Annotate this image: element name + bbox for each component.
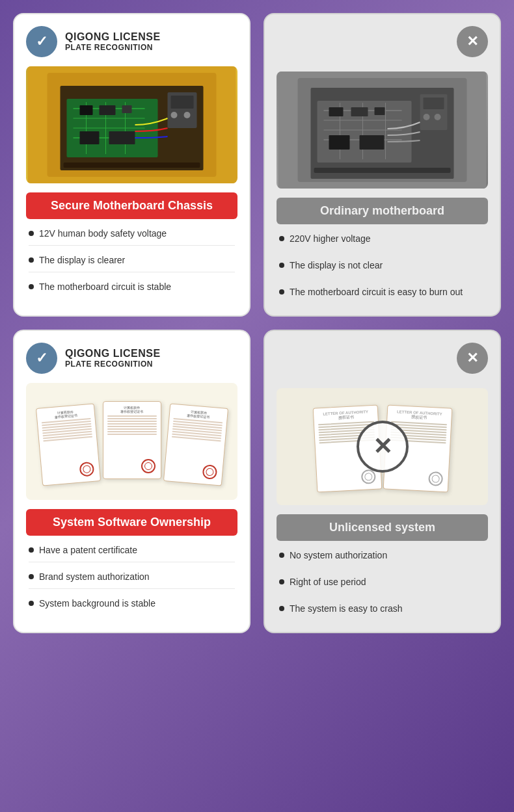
bad-motherboard-card: ✕: [264, 13, 501, 317]
bullet-dot: [279, 606, 284, 611]
good-software-card: ✓ QIGONG LICENSE PLATE RECOGNITION 计算机软件…: [13, 330, 250, 633]
bad-mb-bullets: 220V higher voltage The display is not c…: [277, 233, 488, 304]
bullet-item: Have a patent certificate: [29, 545, 235, 562]
bullet-dot: [29, 257, 34, 263]
svg-point-19: [184, 112, 191, 118]
bullet-dot: [29, 231, 34, 236]
x-badge-sw: ✕: [457, 343, 488, 374]
cert-seal: [141, 459, 156, 473]
check-badge: ✓: [26, 26, 57, 57]
bullet-dot: [29, 574, 34, 579]
check-badge-sw: ✓: [26, 343, 57, 374]
x-badge-mb: ✕: [457, 26, 488, 57]
bullet-item: The system is easy to crash: [279, 603, 485, 620]
bullet-item: The display is clearer: [29, 255, 235, 272]
svg-rect-15: [109, 131, 135, 144]
svg-rect-38: [424, 98, 444, 109]
card-header-bad-sw: ✕: [277, 343, 488, 379]
svg-rect-13: [122, 105, 132, 113]
bullet-dot: [29, 601, 34, 606]
bullet-dot: [29, 547, 34, 553]
svg-point-40: [435, 114, 441, 120]
bullet-dot: [279, 236, 284, 241]
plate-recognition-mb: PLATE RECOGNITION: [65, 43, 161, 52]
certificates-bad-image: LETTER OF AUTHORITY授权证书: [277, 388, 488, 505]
bullet-item: System background is stable: [29, 598, 235, 615]
bad-sw-bullets: No system authorization Right of use per…: [277, 550, 488, 620]
svg-point-18: [171, 112, 178, 118]
cert-doc-3: 计算机软件著作权登记证书: [163, 403, 228, 486]
cert-seal-bad: [428, 471, 443, 486]
card-header-good-mb: ✓ QIGONG LICENSE PLATE RECOGNITION: [26, 26, 237, 57]
svg-rect-34: [375, 107, 385, 115]
cert-visual-bad: LETTER OF AUTHORITY授权证书: [277, 388, 488, 505]
license-title-sw: QIGONG LICENSE: [65, 348, 161, 360]
good-sw-bullets: Have a patent certificate Brand system a…: [26, 545, 237, 615]
cert-seal: [202, 464, 217, 480]
svg-rect-12: [100, 105, 116, 115]
bullet-dot: [279, 289, 284, 295]
bullet-item: Right of use period: [279, 577, 485, 594]
bullet-item: Brand system authorization: [29, 571, 235, 589]
plate-recognition-sw: PLATE RECOGNITION: [65, 360, 161, 369]
bullet-dot: [279, 553, 284, 558]
svg-rect-14: [80, 131, 100, 144]
bullet-item: 12V human body safety voltage: [29, 228, 235, 246]
motherboard-good-image: [26, 66, 237, 183]
card-header-good-sw: ✓ QIGONG LICENSE PLATE RECOGNITION: [26, 343, 237, 374]
bad-sw-title: Unlicensed system: [277, 514, 488, 541]
license-title-mb: QIGONG LICENSE: [65, 31, 161, 43]
motherboard-bad-image: [277, 72, 488, 189]
svg-rect-33: [351, 107, 368, 116]
x-overlay-icon: ✕: [357, 421, 409, 473]
cert-seal: [79, 462, 94, 477]
cert-doc-1: 计算机软件著作权登记证书: [35, 403, 100, 486]
bad-software-card: ✕ LETTER OF AUTHORITY授权证书: [264, 330, 501, 633]
svg-point-39: [424, 114, 430, 120]
good-motherboard-card: ✓ QIGONG LICENSE PLATE RECOGNITION: [13, 13, 250, 317]
svg-rect-36: [360, 135, 385, 150]
card-header-bad-mb: ✕: [277, 26, 488, 62]
svg-rect-32: [329, 107, 344, 116]
bullet-item: The motherboard circuit is stable: [29, 282, 235, 298]
good-mb-bullets: 12V human body safety voltage The displa…: [26, 228, 237, 298]
bad-mb-title: Ordinary motherboard: [277, 198, 488, 224]
bullet-dot: [279, 263, 284, 268]
bullet-item: No system authorization: [279, 550, 485, 568]
svg-rect-35: [329, 135, 350, 150]
svg-rect-20: [64, 163, 200, 168]
bullet-dot: [279, 579, 284, 584]
header-text-good-sw: QIGONG LICENSE PLATE RECOGNITION: [65, 348, 161, 369]
bullet-item: 220V higher voltage: [279, 233, 485, 251]
cert-visual-good: 计算机软件著作权登记证书: [26, 383, 237, 500]
svg-rect-41: [314, 168, 451, 173]
bullet-item: The motherboard circuit is easy to burn …: [279, 287, 485, 304]
good-mb-title: Secure Motherboard Chassis: [26, 192, 237, 219]
bullet-dot: [29, 284, 34, 289]
svg-rect-17: [171, 96, 194, 109]
svg-rect-11: [80, 105, 93, 115]
good-sw-title: System Software Ownership: [26, 509, 237, 536]
certificates-good-image: 计算机软件著作权登记证书: [26, 383, 237, 500]
cert-doc-2: 计算机软件著作权登记证书: [103, 401, 161, 479]
bullet-item: The display is not clear: [279, 260, 485, 278]
header-text-good-mb: QIGONG LICENSE PLATE RECOGNITION: [65, 31, 161, 52]
